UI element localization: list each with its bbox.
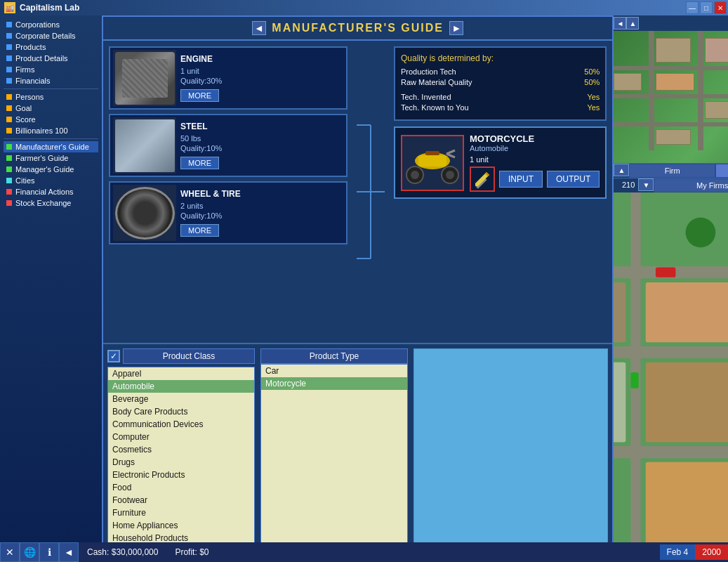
class-item[interactable]: Cosmetics [108, 443, 254, 456]
sidebar-item-farmers-guide[interactable]: Farmer's Guide [4, 152, 98, 164]
class-item[interactable]: Drugs [108, 456, 254, 469]
class-item[interactable]: Footwear [108, 494, 254, 507]
quality-box: Quality is determined by: Production Tec… [394, 46, 607, 121]
sidebar-item-products[interactable]: Products [4, 41, 98, 53]
class-item[interactable]: Apparel [108, 367, 254, 380]
status-icon-4[interactable]: ◄ [59, 542, 79, 562]
product-qty: 1 unit [470, 155, 600, 164]
minimize-button[interactable]: — [686, 1, 699, 14]
class-item[interactable]: Computer [108, 431, 254, 443]
class-item[interactable]: Electronic Products [108, 469, 254, 481]
sidebar-label-corporations: Corporations [15, 20, 60, 29]
app-title: Capitalism Lab [20, 3, 79, 13]
svg-rect-11 [425, 151, 439, 155]
sidebar-item-manufacturers-guide[interactable]: Manufacturer's Guide [4, 141, 98, 152]
my-firms-button[interactable]: My Firms [654, 178, 728, 192]
sidebar-label-stock-exchange: Stock Exchange [15, 199, 72, 207]
sidebar-label-financials: Financials [15, 77, 51, 85]
quality-val-1: 50% [584, 78, 600, 86]
engine-more-button[interactable]: MORE [180, 89, 219, 102]
minimap-prev[interactable]: ◄ [614, 17, 626, 30]
sidebar-item-product-details[interactable]: Product Details [4, 53, 98, 64]
type-item[interactable]: Car [261, 365, 407, 377]
building-2 [705, 38, 728, 63]
sidebar-dot-firms [6, 67, 12, 72]
sidebar-divider [4, 89, 98, 89]
steel-more-button[interactable]: MORE [180, 157, 219, 169]
corp-button[interactable]: Corp. [715, 164, 728, 178]
map-view[interactable] [614, 192, 728, 562]
quality-val-3: Yes [587, 93, 600, 101]
class-item[interactable]: Body Care Products [108, 405, 254, 418]
class-item[interactable]: Beverage [108, 393, 254, 405]
sidebar-label-cities: Cities [15, 176, 35, 185]
product-type-list[interactable]: CarMotorcycle [260, 364, 408, 556]
sidebar-dot-financial-actions [6, 189, 12, 195]
sidebar-item-managers-guide[interactable]: Manager's Guide [4, 164, 98, 175]
output-button[interactable]: OUTPUT [547, 171, 600, 188]
sidebar-dot-billionaires [6, 128, 12, 133]
corp-nav: ▲ Firm Corp. All Cities [614, 163, 728, 178]
sidebar-item-financials[interactable]: Financials [4, 75, 98, 86]
minimap-city: Toronto [639, 18, 728, 28]
class-item[interactable]: Home Appliances [108, 519, 254, 532]
minimap-up[interactable]: ▲ [626, 17, 639, 30]
maximize-button[interactable]: □ [700, 1, 713, 14]
wheel-more-button[interactable]: MORE [180, 224, 219, 237]
product-display: MOTORCYCLE Automobile 1 unit [394, 126, 607, 199]
map-down-arrow[interactable]: ▼ [638, 178, 654, 191]
sidebar-item-goal[interactable]: Goal [4, 103, 98, 114]
sidebar-item-persons[interactable]: Persons [4, 91, 98, 103]
steel-info: STEEL 50 lbs Quality:10% MORE [180, 122, 343, 169]
firm-button[interactable]: Firm [629, 164, 715, 178]
bottom-panel: ✓ Product Class ApparelAutomobileBeverag… [103, 343, 612, 561]
svg-point-30 [686, 218, 716, 248]
sidebar-item-billionaires[interactable]: Billionaires 100 [4, 125, 98, 136]
sidebar-item-corporate-details[interactable]: Corporate Details [4, 30, 98, 41]
status-icon-1[interactable]: ✕ [0, 542, 20, 562]
input-button[interactable]: INPUT [499, 171, 543, 188]
sidebar-item-score[interactable]: Score [4, 114, 98, 125]
svg-rect-24 [646, 282, 728, 342]
sidebar-item-financial-actions[interactable]: Financial Actions [4, 186, 98, 197]
engine-input: ENGINE 1 unit Quality:30% MORE [109, 46, 348, 110]
sidebar-item-cities[interactable]: Cities [4, 175, 98, 186]
class-item[interactable]: Food [108, 481, 254, 494]
steel-thumbnail [113, 117, 176, 174]
sidebar-label-financial-actions: Financial Actions [15, 188, 74, 196]
sidebar-item-stock-exchange[interactable]: Stock Exchange [4, 197, 98, 209]
building-4 [614, 73, 642, 91]
svg-rect-29 [614, 362, 626, 443]
sidebar-divider [4, 138, 98, 139]
class-item[interactable]: Communication Devices [108, 418, 254, 431]
pencil-icon [472, 169, 492, 189]
sidebar-label-corporate-details: Corporate Details [15, 32, 76, 40]
sidebar-label-farmers-guide: Farmer's Guide [15, 154, 68, 162]
class-checkbox[interactable]: ✓ [107, 350, 120, 362]
status-icon-2[interactable]: 🌐 [20, 542, 39, 562]
sidebar-item-corporations[interactable]: Corporations [4, 19, 98, 30]
type-item[interactable]: Motorcycle [261, 377, 407, 390]
status-icon-3[interactable]: ℹ [39, 542, 59, 562]
class-item[interactable]: Automobile [108, 380, 254, 393]
sidebar-item-firms[interactable]: Firms [4, 64, 98, 75]
next-arrow[interactable]: ► [449, 21, 463, 35]
connector-svg [353, 93, 388, 290]
product-class-list[interactable]: ApparelAutomobileBeverageBody Care Produ… [107, 367, 255, 556]
sidebar-label-persons: Persons [15, 93, 44, 101]
sidebar-label-firms: Firms [15, 65, 35, 74]
map-panel: ◄ ▲ Toronto ▼ ► 🌍 🗺 INFO 📊 ⚙ [614, 15, 728, 562]
close-button[interactable]: ✕ [714, 1, 727, 14]
io-buttons: INPUT OUTPUT [470, 166, 600, 192]
road-v2 [698, 31, 703, 150]
wheel-info: WHEEL & TIRE 2 units Quality:10% MORE [180, 189, 343, 237]
profit-value: $0 [199, 547, 209, 557]
status-profit: Profit: $0 [166, 547, 217, 557]
prev-arrow[interactable]: ◄ [252, 21, 266, 35]
class-item[interactable]: Furniture [108, 507, 254, 519]
mfg-content: ENGINE 1 unit Quality:30% MORE STEEL 50 … [103, 41, 612, 343]
window-controls: — □ ✕ [686, 1, 727, 14]
sidebar-dot-corporations [6, 22, 12, 27]
road-h1 [614, 66, 728, 70]
map-up-arrow[interactable]: ▲ [614, 164, 629, 176]
